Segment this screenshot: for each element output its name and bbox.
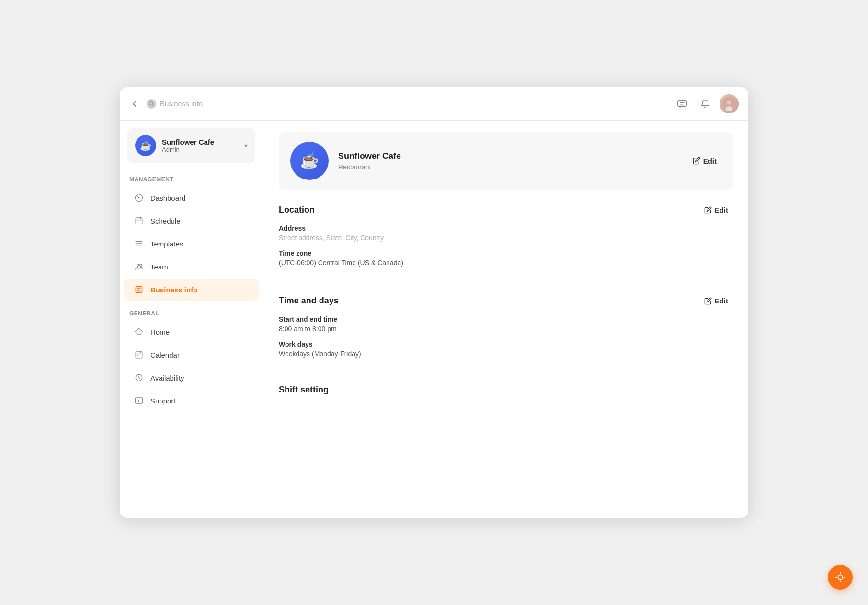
location-section: Location Edit Address Street address, St… <box>279 203 733 267</box>
templates-label: Templates <box>150 240 183 248</box>
search-icon <box>147 99 156 109</box>
time-days-section: Time and days Edit Start and end time 8:… <box>279 294 733 358</box>
dashboard-icon <box>133 192 145 203</box>
dashboard-label: Dashboard <box>150 194 185 202</box>
start-end-time-field: Start and end time 8:00 am to 8:00 pm <box>279 315 733 333</box>
svg-text:8: 8 <box>137 355 138 358</box>
sidebar-item-schedule[interactable]: Schedule <box>124 210 259 232</box>
address-field: Address Street address, State, City, Cou… <box>279 224 733 242</box>
address-value: Street address, State, City, Country <box>279 234 733 242</box>
time-days-section-header: Time and days Edit <box>279 294 733 308</box>
business-card-edit-label: Edit <box>703 157 717 165</box>
address-label: Address <box>279 224 733 232</box>
start-end-label: Start and end time <box>279 315 733 323</box>
fab-button[interactable] <box>828 565 853 590</box>
location-title: Location <box>279 205 315 215</box>
time-days-edit-button[interactable]: Edit <box>699 294 733 308</box>
sidebar-item-availability[interactable]: Availability <box>124 367 259 389</box>
sidebar-item-calendar[interactable]: 8 Calendar <box>124 344 259 366</box>
start-end-value: 8:00 am to 8:00 pm <box>279 325 733 333</box>
sidebar-item-support[interactable]: 24 Support <box>124 390 259 412</box>
availability-icon <box>133 372 145 383</box>
chevron-down-icon: ▾ <box>244 142 248 149</box>
business-info-label: Business info <box>150 286 197 294</box>
search-label: Business info <box>160 100 203 108</box>
team-icon <box>133 261 145 272</box>
svg-point-9 <box>138 197 140 199</box>
shift-section-header: Shift setting <box>279 385 733 395</box>
cafe-name: Sunflower Cafe <box>338 151 678 161</box>
svg-text:24: 24 <box>137 400 139 403</box>
shift-title: Shift setting <box>279 385 329 395</box>
work-days-value: Weekdays (Monday-Friday) <box>279 350 733 358</box>
business-info-icon <box>133 284 145 295</box>
svg-rect-2 <box>678 100 686 106</box>
business-info-card: ☕ Sunflower Cafe Restaurant Edit <box>279 132 733 190</box>
svg-point-6 <box>727 100 731 104</box>
sidebar-item-home[interactable]: Home <box>124 321 259 343</box>
divider-1 <box>279 280 733 280</box>
calendar-icon: 8 <box>133 349 145 360</box>
support-label: Support <box>150 397 176 405</box>
home-label: Home <box>150 328 170 336</box>
workspace-card[interactable]: ☕ Sunflower Cafe Admin ▾ <box>127 128 255 163</box>
location-section-header: Location Edit <box>279 203 733 217</box>
cafe-type: Restaurant <box>338 163 678 171</box>
sidebar-item-templates[interactable]: Templates <box>124 233 259 255</box>
workspace-avatar: ☕ <box>135 135 156 156</box>
shift-section: Shift setting <box>279 385 733 395</box>
management-section-label: MANAGEMENT <box>120 172 263 186</box>
svg-rect-10 <box>136 218 142 224</box>
svg-rect-19 <box>136 286 142 293</box>
timezone-field: Time zone (UTC-06:00) Central Time (US &… <box>279 249 733 267</box>
time-days-edit-label: Edit <box>715 297 728 305</box>
cafe-info: Sunflower Cafe Restaurant <box>338 151 678 171</box>
divider-2 <box>279 371 733 371</box>
sidebar-item-team[interactable]: Team <box>124 256 259 278</box>
team-label: Team <box>150 263 168 271</box>
search-area: Business info <box>147 99 674 109</box>
workspace-info: Sunflower Cafe Admin <box>162 138 239 153</box>
content-area: ☕ Sunflower Cafe Restaurant Edit Locatio… <box>263 121 748 518</box>
templates-icon <box>133 238 145 249</box>
top-bar: Business info <box>120 87 748 121</box>
collapse-sidebar-button[interactable] <box>127 97 141 111</box>
svg-point-17 <box>137 264 139 267</box>
sidebar: ☕ Sunflower Cafe Admin ▾ MANAGEMENT Da <box>120 121 263 518</box>
svg-line-1 <box>152 104 154 106</box>
sidebar-item-business-info[interactable]: Business info <box>124 279 259 301</box>
svg-rect-24 <box>136 352 142 358</box>
user-avatar-button[interactable] <box>720 94 739 113</box>
chat-button[interactable] <box>674 95 691 112</box>
main-layout: ☕ Sunflower Cafe Admin ▾ MANAGEMENT Da <box>120 121 748 518</box>
workspace-name: Sunflower Cafe <box>162 138 239 146</box>
schedule-icon <box>133 215 145 226</box>
notifications-button[interactable] <box>697 95 714 112</box>
availability-label: Availability <box>150 374 184 382</box>
work-days-field: Work days Weekdays (Monday-Friday) <box>279 340 733 358</box>
support-icon: 24 <box>133 395 145 406</box>
location-edit-label: Edit <box>715 206 728 214</box>
calendar-label: Calendar <box>150 351 180 359</box>
timezone-value: (UTC-06:00) Central Time (US & Canada) <box>279 259 733 267</box>
sidebar-item-dashboard[interactable]: Dashboard <box>124 187 259 209</box>
schedule-label: Schedule <box>150 217 181 225</box>
top-bar-actions <box>674 94 739 113</box>
business-card-edit-button[interactable]: Edit <box>688 154 721 168</box>
workspace-role: Admin <box>162 146 239 153</box>
svg-point-18 <box>140 264 142 267</box>
cafe-avatar: ☕ <box>290 142 329 180</box>
svg-point-32 <box>838 575 842 579</box>
location-edit-button[interactable]: Edit <box>699 203 733 217</box>
home-icon <box>133 326 145 337</box>
general-section-label: GENERAL <box>120 306 263 320</box>
timezone-label: Time zone <box>279 249 733 257</box>
user-avatar <box>720 94 739 113</box>
time-days-title: Time and days <box>279 296 339 306</box>
work-days-label: Work days <box>279 340 733 348</box>
